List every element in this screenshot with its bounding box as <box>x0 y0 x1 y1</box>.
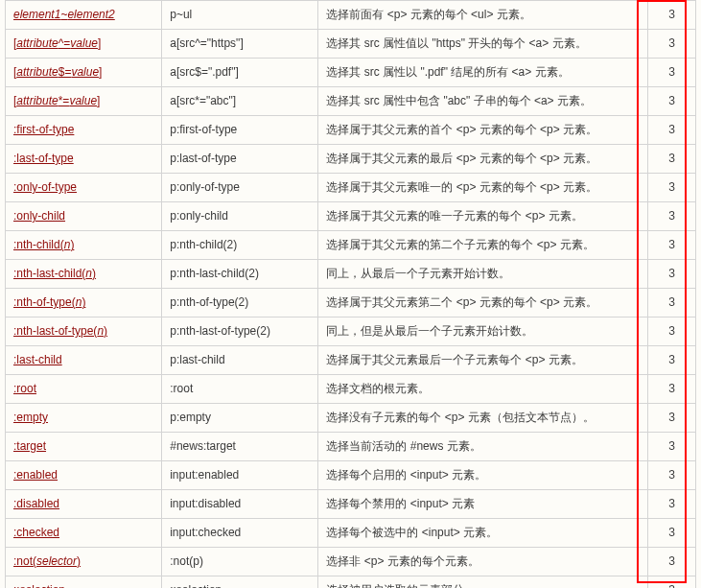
css-version-cell: 3 <box>648 87 696 116</box>
description-cell: 选择其 src 属性中包含 "abc" 子串的每个 <a> 元素。 <box>318 87 648 116</box>
example-cell: #news:target <box>162 433 318 461</box>
description-cell: 选择属于其父元素最后一个子元素每个 <p> 元素。 <box>318 346 648 375</box>
selector-link[interactable]: :empty <box>13 411 48 424</box>
selector-cell: [attribute$=value] <box>6 59 162 87</box>
selector-link[interactable]: :not(selector) <box>13 554 81 568</box>
table-row: :enabledinput:enabled选择每个启用的 <input> 元素。… <box>6 461 696 490</box>
css-version-cell: 3 <box>648 1 696 30</box>
css-version-cell: 3 <box>648 30 696 59</box>
table-row: :target#news:target选择当前活动的 #news 元素。3 <box>6 433 696 461</box>
selector-link[interactable]: :last-of-type <box>13 152 74 165</box>
selector-link[interactable]: :first-of-type <box>13 123 74 136</box>
description-cell: 选择文档的根元素。 <box>318 375 648 404</box>
selector-cell: :first-of-type <box>6 116 162 145</box>
description-cell: 选择非 <p> 元素的每个元素。 <box>318 548 648 576</box>
table-row: [attribute*=value]a[src*="abc"]选择其 src 属… <box>6 87 696 116</box>
description-cell: 同上，但是从最后一个子元素开始计数。 <box>318 318 648 346</box>
table-row: :first-of-typep:first-of-type选择属于其父元素的首个… <box>6 116 696 145</box>
selector-cell: ::selection <box>6 576 162 589</box>
description-cell: 选择每个被选中的 <input> 元素。 <box>318 519 648 548</box>
example-cell: p:nth-of-type(2) <box>162 289 318 318</box>
table-row: :emptyp:empty选择没有子元素的每个 <p> 元素（包括文本节点）。3 <box>6 404 696 433</box>
selector-link[interactable]: element1~element2 <box>13 8 115 21</box>
example-cell: :root <box>162 375 318 404</box>
selector-link[interactable]: :disabled <box>13 497 59 510</box>
description-cell: 选择属于其父元素唯一的 <p> 元素的每个 <p> 元素。 <box>318 174 648 202</box>
table-row: :last-childp:last-child选择属于其父元素最后一个子元素每个… <box>6 346 696 375</box>
example-cell: p:nth-last-of-type(2) <box>162 318 318 346</box>
selectors-table: element1~element2p~ul选择前面有 <p> 元素的每个 <ul… <box>5 0 696 588</box>
description-cell: 选择属于其父元素的首个 <p> 元素的每个 <p> 元素。 <box>318 116 648 145</box>
description-cell: 选择前面有 <p> 元素的每个 <ul> 元素。 <box>318 1 648 30</box>
description-cell: 选择每个禁用的 <input> 元素 <box>318 490 648 519</box>
table-row: :only-of-typep:only-of-type选择属于其父元素唯一的 <… <box>6 174 696 202</box>
table-row: :not(selector):not(p)选择非 <p> 元素的每个元素。3 <box>6 548 696 576</box>
css-version-cell: 3 <box>648 576 696 589</box>
selector-link[interactable]: :last-child <box>13 353 62 366</box>
selector-cell: :not(selector) <box>6 548 162 576</box>
selector-link[interactable]: :target <box>13 439 46 453</box>
selector-link[interactable]: :root <box>13 382 36 395</box>
example-cell: input:disabled <box>162 490 318 519</box>
example-cell: input:enabled <box>162 461 318 490</box>
css-version-cell: 3 <box>648 174 696 202</box>
example-cell: p:only-child <box>162 202 318 231</box>
example-cell: p~ul <box>162 1 318 30</box>
description-cell: 选择属于其父元素的第二个子元素的每个 <p> 元素。 <box>318 231 648 260</box>
css-version-cell: 3 <box>648 260 696 289</box>
selector-cell: :only-of-type <box>6 174 162 202</box>
table-row: :last-of-typep:last-of-type选择属于其父元素的最后 <… <box>6 145 696 174</box>
selector-link[interactable]: :only-child <box>13 209 65 223</box>
description-cell: 选择被用户选取的元素部分。 <box>318 576 648 589</box>
selector-link[interactable]: :checked <box>13 526 59 539</box>
table-row: :nth-last-of-type(n)p:nth-last-of-type(2… <box>6 318 696 346</box>
table-row: :checkedinput:checked选择每个被选中的 <input> 元素… <box>6 519 696 548</box>
selector-link[interactable]: :nth-of-type(n) <box>13 295 85 309</box>
example-cell: :not(p) <box>162 548 318 576</box>
table-row: ::selection::selection选择被用户选取的元素部分。3 <box>6 576 696 589</box>
selector-cell: :disabled <box>6 490 162 519</box>
selector-link[interactable]: :nth-child(n) <box>13 238 74 251</box>
selector-cell: :nth-child(n) <box>6 231 162 260</box>
selector-cell: :nth-of-type(n) <box>6 289 162 318</box>
selector-cell: :nth-last-of-type(n) <box>6 318 162 346</box>
selector-cell: :empty <box>6 404 162 433</box>
selector-cell: [attribute*=value] <box>6 87 162 116</box>
selector-link[interactable]: :nth-last-of-type(n) <box>13 324 107 338</box>
example-cell: p:first-of-type <box>162 116 318 145</box>
css-version-cell: 3 <box>648 145 696 174</box>
selector-cell: :target <box>6 433 162 461</box>
description-cell: 同上，从最后一个子元素开始计数。 <box>318 260 648 289</box>
example-cell: input:checked <box>162 519 318 548</box>
selector-link[interactable]: [attribute$=value] <box>13 65 102 79</box>
selector-link[interactable]: [attribute^=value] <box>13 36 101 50</box>
table-row: :root:root选择文档的根元素。3 <box>6 375 696 404</box>
example-cell: p:last-of-type <box>162 145 318 174</box>
description-cell: 选择属于其父元素的最后 <p> 元素的每个 <p> 元素。 <box>318 145 648 174</box>
selector-link[interactable]: [attribute*=value] <box>13 94 100 107</box>
description-cell: 选择当前活动的 #news 元素。 <box>318 433 648 461</box>
table-row: [attribute^=value]a[src^="https"]选择其 src… <box>6 30 696 59</box>
css-version-cell: 3 <box>648 490 696 519</box>
selector-cell: :nth-last-child(n) <box>6 260 162 289</box>
example-cell: p:only-of-type <box>162 174 318 202</box>
css-version-cell: 3 <box>648 318 696 346</box>
selector-cell: :last-of-type <box>6 145 162 174</box>
selector-link[interactable]: :enabled <box>13 468 58 482</box>
selector-link[interactable]: ::selection <box>13 583 65 588</box>
example-cell: a[src*="abc"] <box>162 87 318 116</box>
selector-link[interactable]: :only-of-type <box>13 180 77 194</box>
css-version-cell: 3 <box>648 404 696 433</box>
table-row: element1~element2p~ul选择前面有 <p> 元素的每个 <ul… <box>6 1 696 30</box>
example-cell: p:nth-child(2) <box>162 231 318 260</box>
example-cell: ::selection <box>162 576 318 589</box>
css-version-cell: 3 <box>648 548 696 576</box>
css-version-cell: 3 <box>648 231 696 260</box>
css-version-cell: 3 <box>648 59 696 87</box>
description-cell: 选择属于其父元素的唯一子元素的每个 <p> 元素。 <box>318 202 648 231</box>
example-cell: p:nth-last-child(2) <box>162 260 318 289</box>
css-version-cell: 3 <box>648 375 696 404</box>
table-row: :disabledinput:disabled选择每个禁用的 <input> 元… <box>6 490 696 519</box>
selector-link[interactable]: :nth-last-child(n) <box>13 267 96 280</box>
css-version-cell: 3 <box>648 289 696 318</box>
